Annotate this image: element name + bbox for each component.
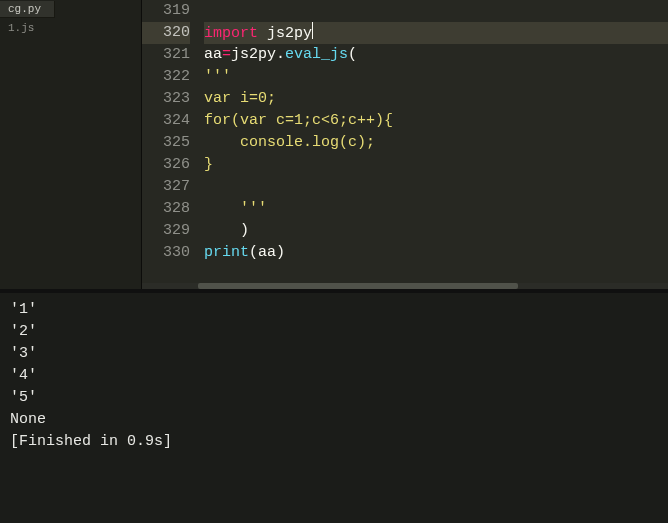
token-id: js2py — [267, 25, 312, 42]
token-pn: ( — [348, 46, 357, 63]
line-number: 322 — [142, 66, 190, 88]
code-area[interactable]: import js2pyaa=js2py.eval_js('''var i=0;… — [198, 0, 668, 289]
token-pl — [258, 25, 267, 42]
token-pn: ( — [249, 244, 258, 261]
horizontal-scrollbar[interactable] — [142, 283, 668, 289]
token-id: aa — [258, 244, 276, 261]
upper-pane: cg.py 1.js 31932032132232332432532632732… — [0, 0, 668, 289]
token-id: js2py — [231, 46, 276, 63]
output-console: '1' '2' '3' '4' '5' None [Finished in 0.… — [0, 293, 668, 523]
line-number: 321 — [142, 44, 190, 66]
line-number: 326 — [142, 154, 190, 176]
code-editor[interactable]: 319320321322323324325326327328329330 imp… — [142, 0, 668, 289]
line-number: 328 — [142, 198, 190, 220]
sidebar-file-item[interactable]: 1.js — [0, 18, 141, 38]
code-line[interactable]: ) — [204, 220, 668, 242]
code-line[interactable]: import js2py — [204, 22, 668, 44]
token-pn: ) — [240, 222, 249, 239]
code-line[interactable]: for(var c=1;c<6;c++){ — [204, 110, 668, 132]
code-line[interactable]: console.log(c); — [204, 132, 668, 154]
app-root: cg.py 1.js 31932032132232332432532632732… — [0, 0, 668, 523]
token-id: aa — [204, 46, 222, 63]
line-number: 330 — [142, 242, 190, 264]
line-number: 329 — [142, 220, 190, 242]
line-number: 324 — [142, 110, 190, 132]
line-number: 320 — [142, 22, 190, 44]
text-cursor — [312, 22, 313, 39]
token-pn: . — [276, 46, 285, 63]
code-line[interactable] — [204, 0, 668, 22]
code-line[interactable]: ''' — [204, 198, 668, 220]
line-number: 323 — [142, 88, 190, 110]
tab-active-file[interactable]: cg.py — [0, 1, 55, 18]
tab-bar: cg.py — [0, 0, 141, 18]
line-number: 319 — [142, 0, 190, 22]
token-str: for(var c=1;c<6;c++){ — [204, 112, 393, 129]
token-str: ''' — [204, 200, 267, 217]
token-op: = — [222, 46, 231, 63]
token-pn: ) — [276, 244, 285, 261]
horizontal-scrollbar-thumb[interactable] — [198, 283, 518, 289]
sidebar: cg.py 1.js — [0, 0, 142, 289]
line-number: 327 — [142, 176, 190, 198]
code-line[interactable]: print(aa) — [204, 242, 668, 264]
token-str: var i=0; — [204, 90, 276, 107]
token-pl — [204, 222, 240, 239]
line-number: 325 — [142, 132, 190, 154]
code-line[interactable]: aa=js2py.eval_js( — [204, 44, 668, 66]
token-kw: import — [204, 25, 258, 42]
line-gutter: 319320321322323324325326327328329330 — [142, 0, 198, 289]
token-fn: eval_js — [285, 46, 348, 63]
token-str: console.log(c); — [204, 134, 375, 151]
code-line[interactable] — [204, 176, 668, 198]
code-line[interactable]: ''' — [204, 66, 668, 88]
code-line[interactable]: var i=0; — [204, 88, 668, 110]
token-str: } — [204, 156, 213, 173]
code-line[interactable]: } — [204, 154, 668, 176]
token-fn: print — [204, 244, 249, 261]
token-str: ''' — [204, 68, 231, 85]
